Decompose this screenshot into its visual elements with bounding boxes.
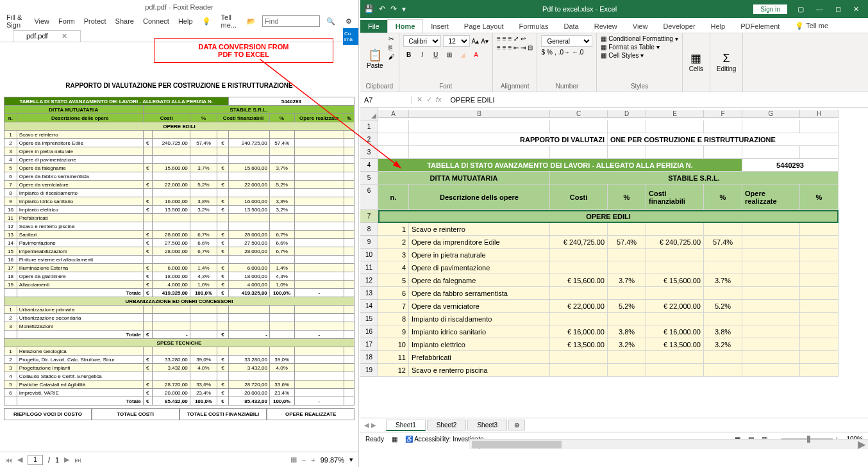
row-header[interactable]: 7 (360, 210, 378, 223)
cell[interactable] (646, 249, 704, 261)
font-color-button[interactable]: A (471, 49, 482, 60)
cell[interactable]: € 22,000.00 (646, 300, 704, 313)
cell[interactable]: Costi finanziabili (646, 184, 704, 210)
currency-icon[interactable]: $ (541, 49, 545, 56)
cell[interactable]: 6 (378, 287, 409, 300)
tab-home[interactable]: Home (387, 19, 424, 33)
new-sheet-button[interactable]: ⊕ (508, 420, 525, 430)
row-header[interactable]: 18 (360, 351, 378, 364)
comma-icon[interactable]: , (555, 49, 556, 56)
cell[interactable] (800, 351, 839, 364)
macro-icon[interactable]: ▦ (392, 436, 397, 443)
col-H[interactable]: H (800, 110, 839, 118)
zoom-dropdown-icon[interactable]: ▾ (349, 455, 353, 464)
tab-view[interactable]: View (625, 20, 656, 33)
cell[interactable]: € 240,725.00 (646, 236, 704, 249)
cell[interactable] (608, 261, 646, 274)
cell[interactable] (800, 364, 839, 377)
wrap-text-icon[interactable]: ↩ (521, 35, 526, 42)
select-all-triangle[interactable] (360, 108, 378, 120)
cell[interactable]: 3.8% (608, 325, 646, 338)
col-F[interactable]: F (704, 110, 742, 118)
close-icon[interactable]: ✕ (853, 5, 859, 13)
cell[interactable] (608, 364, 646, 377)
cell[interactable]: Opere da fabbro serramentista (409, 287, 550, 300)
underline-button[interactable]: U (430, 49, 442, 60)
paste-button[interactable]: 📋Paste (364, 35, 386, 81)
menu-fill-sign[interactable]: Fill & Sign (3, 12, 29, 30)
menu-protect[interactable]: Protect (80, 16, 110, 26)
tell-me[interactable]: 💡 Tell me (787, 19, 836, 33)
cell[interactable]: 4 (378, 261, 409, 274)
cell[interactable]: STABILE S.R.L. (550, 172, 839, 184)
search-icon[interactable]: 🔍 (322, 16, 339, 27)
cell[interactable] (704, 146, 742, 159)
format-as-table-button[interactable]: ▦ Format as Table ▾ (601, 44, 678, 51)
col-A[interactable]: A (378, 110, 409, 118)
cell[interactable] (800, 325, 839, 338)
cell[interactable]: Opere in pietra naturale (409, 249, 550, 261)
cell[interactable] (704, 120, 742, 133)
align-mid-icon[interactable]: ≡ (503, 35, 506, 42)
cell[interactable] (646, 364, 704, 377)
zoom-out-icon[interactable]: − (302, 456, 306, 464)
cell[interactable] (742, 274, 800, 287)
cell[interactable] (800, 300, 839, 313)
cell[interactable]: 12 (378, 364, 409, 377)
cell[interactable] (608, 120, 646, 133)
cell[interactable] (608, 287, 646, 300)
cell[interactable] (800, 274, 839, 287)
cell[interactable]: 2 (378, 236, 409, 249)
cell[interactable] (409, 120, 550, 133)
cell[interactable]: € 240,725.00 (550, 236, 608, 249)
cell[interactable] (646, 351, 704, 364)
enter-icon[interactable]: ✓ (426, 95, 432, 104)
view-mode-icon[interactable]: ▦ (290, 455, 297, 464)
copy-icon[interactable]: ⎘ (388, 44, 395, 51)
menu-connect[interactable]: Connect (139, 16, 173, 26)
cell[interactable]: % (800, 184, 839, 210)
row-header[interactable]: 17 (360, 338, 378, 351)
close-icon[interactable]: ✕ (62, 32, 67, 40)
gear-icon[interactable]: ⚙ (342, 16, 356, 27)
percent-icon[interactable]: % (547, 49, 553, 56)
row-header[interactable]: 8 (360, 223, 378, 236)
tab-pdfelement[interactable]: PDFelement (733, 20, 787, 33)
cell[interactable] (800, 223, 839, 236)
cell[interactable] (704, 249, 742, 261)
inc-decimal-icon[interactable]: .0→ (558, 49, 570, 56)
cell[interactable]: Opere di pavimentazione (409, 261, 550, 274)
cell[interactable] (608, 146, 646, 159)
align-bot-icon[interactable]: ≡ (508, 35, 512, 42)
cell[interactable]: TABELLA DI STATO AVANZAMENTO DEI LAVORI … (378, 159, 742, 172)
cell[interactable]: % (704, 184, 742, 210)
pdf-document-tab[interactable]: pdf.pdf ✕ (13, 30, 81, 42)
cut-icon[interactable]: ✂ (388, 35, 395, 42)
cell[interactable]: 3.2% (704, 338, 742, 351)
cell[interactable] (742, 249, 800, 261)
cell[interactable] (742, 236, 800, 249)
cell[interactable] (742, 300, 800, 313)
cell[interactable] (550, 120, 608, 133)
last-page-icon[interactable]: ⏭ (74, 456, 81, 464)
cell[interactable] (378, 133, 409, 146)
menu-help[interactable]: Help (174, 16, 197, 26)
shrink-font-icon[interactable]: A▾ (481, 38, 488, 45)
cell[interactable]: 57.4% (608, 236, 646, 249)
cell[interactable] (378, 120, 409, 133)
menu-form[interactable]: Form (54, 16, 79, 26)
cell[interactable] (704, 364, 742, 377)
align-left-icon[interactable]: ≡ (497, 44, 501, 51)
editing-button[interactable]: ΣEditing (714, 35, 739, 88)
zoom-in-icon[interactable]: + (311, 456, 315, 464)
row-header[interactable]: 13 (360, 287, 378, 300)
align-right-icon[interactable]: ≡ (508, 44, 512, 51)
cell[interactable] (704, 287, 742, 300)
cell[interactable]: € 13,500.00 (550, 338, 608, 351)
cell[interactable] (704, 351, 742, 364)
cell[interactable]: 5440293 (742, 159, 839, 172)
cell[interactable]: Opere da imprenditore Edile (409, 236, 550, 249)
undo-icon[interactable]: ↶ (379, 4, 385, 13)
indent-inc-icon[interactable]: ⇥ (521, 44, 526, 51)
cell[interactable] (742, 287, 800, 300)
